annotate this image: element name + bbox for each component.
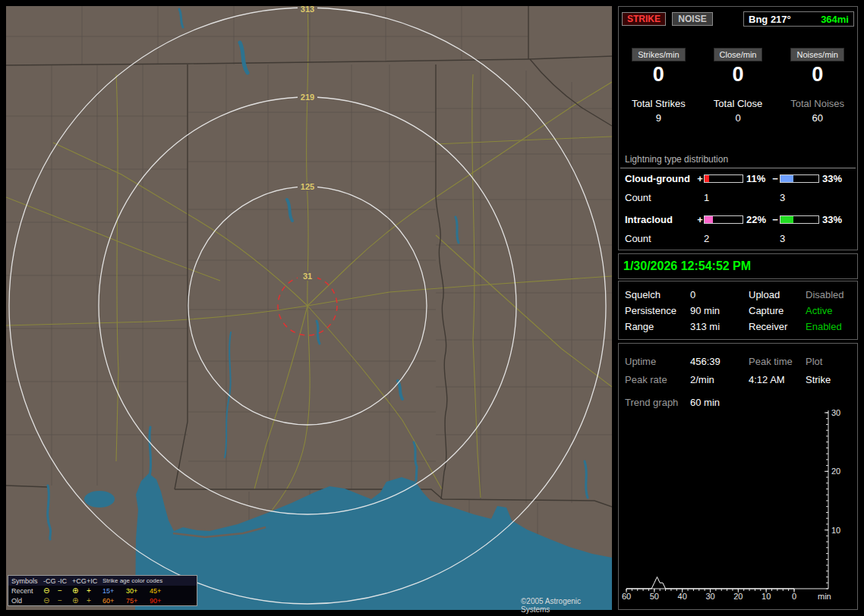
svg-text:20: 20 [733, 592, 743, 601]
datetime-value: 1/30/2026 12:54:52 PM [623, 259, 751, 273]
ic-negative-bar [780, 215, 819, 224]
mode-buttons-row: STRIKE NOISE Bng 217° 364mi [622, 11, 854, 27]
minus-cg-icon: ⊖ [43, 587, 58, 595]
ic-positive-bar [704, 215, 743, 224]
map-canvas[interactable]: 313 219 125 31 [6, 6, 612, 610]
range-ring-label: 31 [303, 272, 312, 281]
map-view[interactable]: 313 219 125 31 Symbols -CG -IC +CG +IC S… [6, 6, 612, 610]
uptime-value: 456:39 [690, 356, 721, 367]
peak-rate-value: 2/min [690, 374, 714, 385]
ic-positive-count: 2 [704, 233, 780, 244]
plus-sign: + [696, 173, 704, 184]
status-row: Uptime 456:39 Peak time Plot [619, 356, 857, 369]
legend-old-row: Old ⊖ − ⊕ + 60+ 75+ 90+ [8, 596, 197, 605]
age-code: 15+ [102, 587, 126, 595]
plus-cg-icon: ⊕ [72, 587, 87, 595]
svg-text:0: 0 [792, 592, 796, 601]
noises-per-min-button[interactable]: Noises/min [790, 48, 844, 61]
plus-cg-icon: ⊕ [72, 597, 87, 605]
minus-ic-icon: − [58, 587, 72, 595]
range-label: Range [625, 321, 654, 332]
svg-text:30: 30 [705, 592, 714, 601]
plus-ic-icon: + [87, 597, 102, 605]
total-strikes-value: 9 [656, 112, 661, 124]
status-trend-panel: Uptime 456:39 Peak time Plot Peak rate 2… [618, 343, 858, 610]
squelch-label: Squelch [625, 289, 661, 300]
squelch-value: 0 [690, 289, 695, 300]
distribution-title: Lightning type distribution [625, 154, 728, 165]
sidebar: STRIKE NOISE Bng 217° 364mi Strikes/min … [618, 6, 859, 610]
legend-header-row: Symbols -CG -IC +CG +IC Strike age color… [8, 576, 197, 586]
trend-graph-chart: 6050403020100min302010 [622, 409, 859, 605]
age-code: 45+ [150, 587, 173, 595]
age-code: 30+ [126, 587, 150, 595]
total-noises-value: 60 [812, 112, 822, 124]
legend-symbols-header: Symbols [11, 577, 43, 585]
range-ring-label: 219 [301, 93, 314, 102]
total-noises-label: Total Noises [790, 98, 844, 109]
counters-panel: STRIKE NOISE Bng 217° 364mi Strikes/min … [618, 6, 858, 250]
age-code: 75+ [126, 597, 150, 605]
noise-mode-button[interactable]: NOISE [672, 12, 713, 26]
settings-row: Range 313 mi Receiver Enabled [619, 321, 857, 335]
plot-label: Plot [806, 356, 822, 367]
range-ring-label: 313 [301, 6, 314, 14]
cloud-ground-row: Cloud-ground + 11% − 33% [625, 172, 854, 184]
bearing-value: Bng 217° [749, 14, 791, 25]
total-close-label: Total Close [714, 98, 762, 109]
strikes-per-min-value: 0 [653, 63, 664, 86]
close-per-min-button[interactable]: Close/min [714, 48, 763, 61]
ic-negative-pct: 33% [819, 214, 845, 225]
ic-negative-count: 3 [780, 233, 785, 244]
age-code: 90+ [150, 597, 173, 605]
receiver-status: Enabled [806, 321, 842, 332]
bearing-box: Bng 217° 364mi [743, 11, 854, 27]
trend-window-value: 60 min [690, 397, 720, 408]
legend-recent-row: Recent ⊖ − ⊕ + 15+ 30+ 45+ [8, 586, 197, 596]
svg-text:60: 60 [622, 592, 631, 601]
close-per-min-value: 0 [732, 63, 743, 86]
map-legend: Symbols -CG -IC +CG +IC Strike age color… [8, 575, 197, 606]
strikes-column: Strikes/min 0 Total Strikes 9 [619, 48, 698, 124]
peak-time-label: Peak time [749, 356, 793, 367]
lake [84, 491, 115, 508]
capture-status: Active [806, 305, 832, 316]
age-code: 60+ [102, 597, 126, 605]
status-row: Peak rate 2/min 4:12 AM Strike [619, 374, 857, 388]
divider [620, 168, 856, 168]
trend-graph-label: Trend graph [625, 397, 678, 408]
persistence-value: 90 min [690, 305, 720, 316]
cg-positive-bar [704, 174, 743, 183]
range-value: 313 mi [690, 321, 720, 332]
ic-positive-pct: 22% [743, 214, 771, 225]
svg-text:50: 50 [650, 592, 659, 601]
svg-text:10: 10 [831, 526, 840, 535]
plus-ic-icon: + [87, 587, 102, 595]
legend-age-header: Strike age color codes [102, 577, 173, 584]
strikes-per-min-button[interactable]: Strikes/min [632, 48, 685, 61]
receiver-label: Receiver [749, 321, 787, 332]
peak-rate-label: Peak rate [625, 374, 667, 385]
cg-negative-count: 3 [780, 192, 785, 203]
total-strikes-label: Total Strikes [632, 98, 686, 109]
datetime-panel: 1/30/2026 12:54:52 PM [618, 253, 858, 279]
plot-value: Strike [806, 374, 831, 385]
settings-row: Squelch 0 Upload Disabled [619, 289, 857, 303]
svg-text:20: 20 [831, 467, 840, 476]
persistence-label: Persistence [625, 305, 676, 316]
cg-negative-pct: 33% [819, 173, 845, 184]
intracloud-count-row: Count 2 3 [625, 233, 785, 244]
cloud-ground-count-row: Count 1 3 [625, 192, 785, 203]
minus-sign: − [771, 173, 780, 184]
intracloud-row: Intracloud + 22% − 33% [625, 213, 854, 225]
peak-time-value: 4:12 AM [749, 374, 785, 385]
uptime-label: Uptime [625, 356, 656, 367]
noises-column: Noises/min 0 Total Noises 60 [777, 48, 857, 124]
svg-text:10: 10 [762, 592, 771, 601]
strike-mode-button[interactable]: STRIKE [622, 12, 666, 26]
rates-grid: Strikes/min 0 Total Strikes 9 Close/min … [619, 48, 857, 124]
minus-ic-icon: − [58, 597, 72, 605]
copyright-text: ©2005 Astrogenic Systems [521, 597, 612, 614]
range-ring-label: 125 [301, 182, 314, 191]
settings-row: Persistence 90 min Capture Active [619, 305, 857, 319]
